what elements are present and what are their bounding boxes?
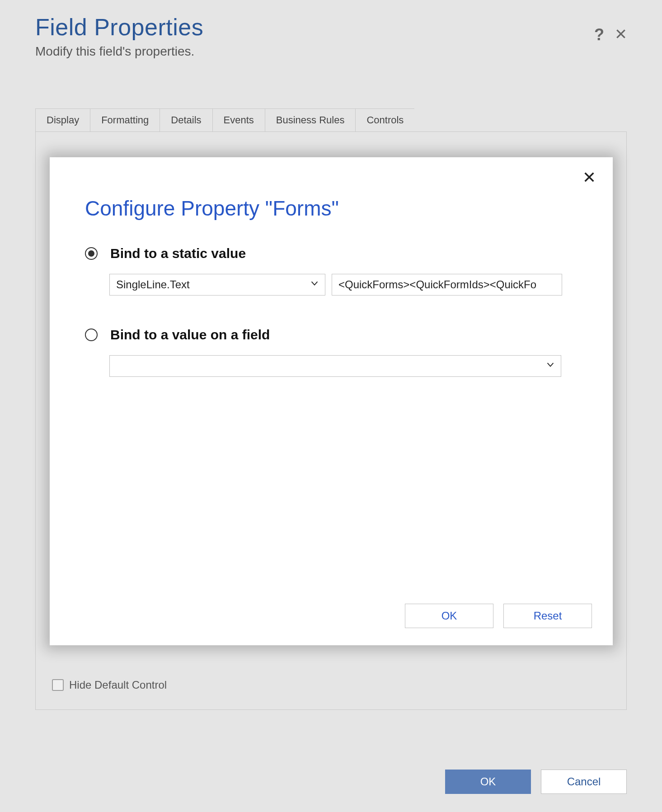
modal-ok-button[interactable]: OK [405, 604, 493, 628]
chevron-down-icon [545, 360, 555, 372]
tab-business-rules[interactable]: Business Rules [265, 108, 356, 131]
option-field-label: Bind to a value on a field [110, 327, 270, 343]
static-type-select[interactable]: SingleLine.Text [109, 274, 325, 296]
option-field-body [109, 355, 595, 377]
option-static-label: Bind to a static value [110, 246, 246, 261]
hide-default-checkbox[interactable] [52, 679, 64, 691]
tab-strip: Display Formatting Details Events Busine… [35, 108, 627, 131]
page-header-actions: ? [594, 25, 627, 44]
tab-details[interactable]: Details [160, 108, 212, 131]
chevron-down-icon [310, 278, 319, 291]
radio-field-value[interactable] [85, 329, 98, 341]
close-icon[interactable] [615, 28, 627, 42]
hide-default-label: Hide Default Control [69, 679, 167, 691]
option-static-body: SingleLine.Text [109, 274, 595, 296]
footer-buttons: OK Cancel [445, 770, 627, 794]
static-value-input[interactable] [332, 274, 562, 296]
cancel-button[interactable]: Cancel [541, 770, 627, 794]
page-header: Field Properties Modify this field's pro… [0, 0, 662, 59]
tab-formatting[interactable]: Formatting [90, 108, 160, 131]
modal-close-icon[interactable] [583, 171, 596, 185]
page-header-left: Field Properties Modify this field's pro… [35, 14, 203, 59]
modal-title: Configure Property "Forms" [85, 196, 595, 221]
field-select[interactable] [109, 355, 561, 377]
tab-events[interactable]: Events [213, 108, 265, 131]
configure-property-modal: Configure Property "Forms" Bind to a sta… [50, 157, 613, 645]
page-title: Field Properties [35, 14, 203, 41]
tab-display[interactable]: Display [35, 108, 90, 131]
modal-reset-button[interactable]: Reset [503, 604, 592, 628]
modal-footer: OK Reset [85, 604, 595, 629]
hide-default-control-row: Hide Default Control [52, 679, 167, 691]
help-icon[interactable]: ? [594, 25, 604, 44]
option-field-header[interactable]: Bind to a value on a field [85, 327, 595, 343]
radio-static-value[interactable] [85, 247, 98, 260]
option-static-header[interactable]: Bind to a static value [85, 246, 595, 261]
ok-button[interactable]: OK [445, 770, 531, 794]
static-type-value: SingleLine.Text [116, 278, 190, 291]
page-subtitle: Modify this field's properties. [35, 44, 203, 59]
tab-controls[interactable]: Controls [356, 108, 414, 131]
